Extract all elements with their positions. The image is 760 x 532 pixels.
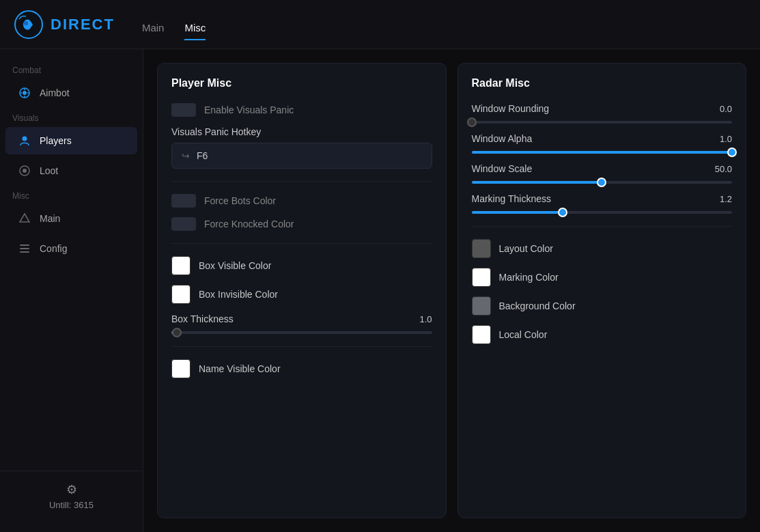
sidebar-section-misc: Misc: [0, 186, 143, 204]
main-layout: Combat Aimbot Visuals Players Loot Misc: [0, 49, 760, 532]
header: DIRECT Main Misc: [0, 0, 760, 49]
local-color-row: Local Color: [472, 325, 733, 344]
box-visible-color-swatch[interactable]: [171, 256, 191, 275]
svg-marker-11: [20, 214, 29, 222]
window-scale-fill: [472, 181, 602, 184]
tab-main[interactable]: Main: [142, 22, 165, 40]
box-thickness-track[interactable]: [171, 331, 432, 334]
layout-color-label: Layout Color: [499, 243, 553, 254]
window-rounding-value: 0.0: [720, 104, 732, 114]
enable-visuals-panic-label: Enable Visuals Panic: [204, 104, 294, 115]
window-alpha-thumb[interactable]: [727, 148, 737, 157]
players-icon: [18, 134, 31, 148]
content-area: Player Misc Enable Visuals Panic Visuals…: [143, 49, 760, 532]
sidebar-section-combat: Combat: [0, 60, 143, 78]
background-color-label: Background Color: [499, 300, 576, 311]
untill-label: Untill: 3615: [49, 500, 94, 510]
window-scale-track[interactable]: [472, 181, 733, 184]
sidebar-item-loot[interactable]: Loot: [5, 157, 137, 184]
box-visible-color-label: Box Visible Color: [199, 260, 271, 271]
hotkey-value: F6: [197, 150, 208, 161]
name-visible-color-swatch[interactable]: [171, 359, 191, 378]
enable-visuals-panic-toggle[interactable]: [171, 103, 196, 117]
force-knocked-color-row: Force Knocked Color: [171, 217, 432, 231]
enable-visuals-panic-row: Enable Visuals Panic: [171, 103, 432, 117]
window-rounding-track[interactable]: [472, 121, 733, 124]
svg-point-8: [23, 137, 27, 141]
sidebar-item-aimbot-label: Aimbot: [40, 87, 70, 98]
window-rounding-section: Window Rounding 0.0: [472, 103, 733, 124]
marking-color-label: Marking Color: [499, 272, 559, 283]
box-visible-color-row: Box Visible Color: [171, 256, 432, 275]
marking-thickness-track[interactable]: [472, 211, 733, 214]
sidebar-item-main[interactable]: Main: [5, 205, 137, 232]
left-panel: Player Misc Enable Visuals Panic Visuals…: [157, 63, 447, 518]
window-scale-label: Window Scale: [472, 163, 533, 174]
hotkey-label: Visuals Panic Hotkey: [171, 126, 432, 137]
local-color-swatch[interactable]: [472, 325, 491, 344]
svg-rect-14: [20, 251, 29, 253]
main-icon: [18, 212, 31, 225]
sidebar-item-players[interactable]: Players: [5, 127, 137, 154]
box-thickness-thumb[interactable]: [172, 328, 182, 337]
window-alpha-track[interactable]: [472, 151, 733, 154]
box-thickness-label: Box Thickness: [171, 313, 234, 324]
marking-thickness-fill: [472, 211, 563, 214]
marking-thickness-value: 1.2: [720, 194, 732, 204]
sidebar-item-config[interactable]: Config: [5, 235, 137, 262]
sidebar-item-players-label: Players: [40, 135, 72, 146]
loot-icon: [18, 164, 31, 178]
window-scale-header: Window Scale 50.0: [472, 163, 733, 174]
hotkey-input-row[interactable]: ↪ F6: [171, 143, 432, 169]
nav-tabs: Main Misc: [142, 8, 206, 40]
force-bots-color-toggle[interactable]: [171, 194, 196, 208]
force-bots-color-label: Force Bots Color: [204, 195, 276, 206]
window-scale-section: Window Scale 50.0: [472, 163, 733, 184]
force-bots-color-row: Force Bots Color: [171, 194, 432, 208]
sidebar: Combat Aimbot Visuals Players Loot Misc: [0, 49, 143, 532]
box-thickness-value: 1.0: [419, 314, 432, 324]
marking-thickness-section: Marking Thickness 1.2: [472, 193, 733, 214]
window-alpha-section: Window Alpha 1.0: [472, 133, 733, 154]
marking-thickness-header: Marking Thickness 1.2: [472, 193, 733, 204]
divider-right-1: [472, 226, 733, 227]
sidebar-item-config-label: Config: [40, 243, 67, 254]
box-thickness-header: Box Thickness 1.0: [171, 313, 432, 324]
left-panel-title: Player Misc: [171, 77, 432, 89]
sidebar-item-main-label: Main: [40, 213, 60, 224]
config-icon: [18, 242, 31, 255]
aimbot-icon: [18, 86, 31, 100]
window-rounding-thumb[interactable]: [467, 117, 477, 127]
marking-thickness-thumb[interactable]: [558, 208, 567, 217]
svg-rect-12: [20, 244, 29, 246]
sidebar-bottom: ⚙ Untill: 3615: [0, 471, 143, 521]
sidebar-item-loot-label: Loot: [40, 165, 58, 176]
window-rounding-header: Window Rounding 0.0: [472, 103, 733, 114]
logo: DIRECT: [14, 10, 115, 40]
tab-misc[interactable]: Misc: [184, 22, 206, 40]
divider-1: [171, 181, 432, 182]
box-invisible-color-swatch[interactable]: [171, 285, 191, 304]
divider-2: [171, 243, 432, 244]
sidebar-item-aimbot[interactable]: Aimbot: [5, 79, 137, 107]
svg-point-3: [23, 91, 27, 95]
layout-color-swatch[interactable]: [472, 239, 491, 258]
window-scale-thumb[interactable]: [597, 178, 606, 187]
marking-thickness-label: Marking Thickness: [472, 193, 551, 204]
window-scale-value: 50.0: [715, 164, 732, 174]
force-knocked-color-label: Force Knocked Color: [204, 219, 294, 229]
window-alpha-value: 1.0: [720, 134, 732, 144]
box-invisible-color-label: Box Invisible Color: [199, 289, 278, 300]
window-alpha-header: Window Alpha 1.0: [472, 133, 733, 144]
marking-color-swatch[interactable]: [472, 268, 491, 287]
box-thickness-section: Box Thickness 1.0: [171, 313, 432, 334]
local-color-label: Local Color: [499, 329, 548, 340]
window-alpha-label: Window Alpha: [472, 133, 533, 144]
right-panel-title: Radar Misc: [472, 77, 733, 89]
gear-icon[interactable]: ⚙: [66, 482, 77, 497]
arrow-icon: ↪: [182, 150, 190, 161]
name-visible-color-label: Name Visible Color: [199, 363, 281, 374]
sidebar-section-visuals: Visuals: [0, 108, 143, 126]
background-color-swatch[interactable]: [472, 296, 491, 316]
force-knocked-color-toggle[interactable]: [171, 217, 196, 231]
